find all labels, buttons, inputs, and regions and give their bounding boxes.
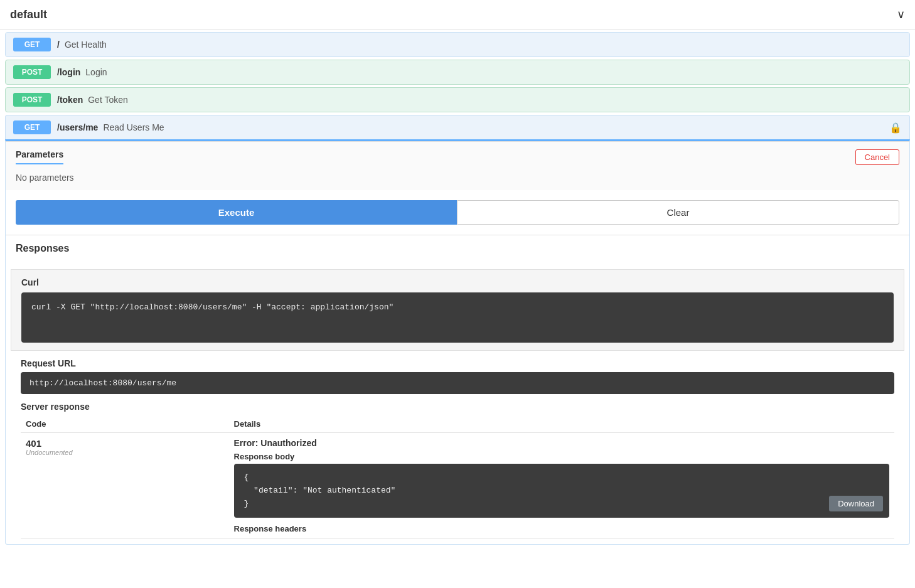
responses-title: Responses	[16, 243, 899, 254]
clear-button[interactable]: Clear	[457, 200, 899, 225]
method-badge-post: POST	[13, 65, 51, 79]
execute-button[interactable]: Execute	[16, 200, 457, 225]
response-error-title: Error: Unauthorized	[234, 438, 889, 448]
response-body-label: Response body	[234, 452, 889, 461]
request-url-section: Request URL http://localhost:8080/users/…	[11, 351, 904, 397]
response-code: 401	[26, 438, 224, 449]
section-header: default ∨	[0, 0, 915, 29]
parameters-section: Parameters Cancel No parameters	[6, 141, 909, 190]
request-url-value: http://localhost:8080/users/me	[21, 372, 894, 394]
endpoint-description: Get Health	[65, 40, 107, 50]
endpoint-expanded-users-me: Parameters Cancel No parameters Execute …	[5, 139, 910, 545]
response-body-block: { "detail": "Not authenticated" } Downlo…	[234, 464, 889, 518]
cancel-button[interactable]: Cancel	[855, 149, 899, 165]
no-parameters-text: No parameters	[16, 173, 899, 183]
curl-command: curl -X GET "http://localhost:8080/users…	[21, 292, 894, 343]
parameters-controls: Parameters Cancel	[16, 149, 899, 165]
endpoint-row-post-login[interactable]: POST /login Login	[5, 60, 910, 85]
lock-icon: 🔒	[889, 122, 902, 134]
endpoint-path: /token	[57, 95, 83, 105]
response-code-cell: 401 Undocumented	[21, 433, 229, 539]
endpoint-row-get-health[interactable]: GET / Get Health	[5, 32, 910, 57]
endpoint-description: Read Users Me	[103, 122, 164, 132]
code-column-header: Code	[21, 415, 229, 433]
response-headers-label: Response headers	[234, 524, 889, 533]
curl-section: Curl curl -X GET "http://localhost:8080/…	[11, 269, 904, 351]
method-badge-post: POST	[13, 93, 51, 107]
curl-label: Curl	[21, 277, 894, 287]
chevron-down-icon[interactable]: ∨	[897, 8, 905, 21]
response-undocumented: Undocumented	[26, 449, 224, 456]
endpoint-path: /login	[57, 67, 80, 77]
action-buttons: Execute Clear	[16, 200, 899, 225]
endpoint-path: /users/me	[57, 122, 98, 132]
responses-section: Responses	[6, 235, 909, 269]
server-response-label: Server response	[21, 402, 894, 412]
page-container: default ∨ GET / Get Health POST /login L…	[0, 0, 915, 588]
response-body-content: { "detail": "Not authenticated" }	[244, 473, 396, 508]
section-title: default	[10, 8, 47, 21]
endpoint-row-get-users-me[interactable]: GET /users/me Read Users Me 🔒	[5, 115, 910, 139]
endpoint-description: Login	[85, 67, 107, 77]
method-badge-get: GET	[13, 120, 51, 134]
parameters-title: Parameters	[16, 149, 63, 164]
response-table: Code Details 401 Undocumented Error: Una…	[21, 415, 894, 539]
details-column-header: Details	[229, 415, 894, 433]
method-badge-get: GET	[13, 38, 51, 51]
response-row: 401 Undocumented Error: Unauthorized Res…	[21, 433, 894, 539]
server-response-section: Server response Code Details 401 Undocum…	[11, 397, 904, 544]
endpoints-list: GET / Get Health POST /login Login POST …	[0, 32, 915, 545]
download-button[interactable]: Download	[829, 496, 883, 511]
response-details-cell: Error: Unauthorized Response body { "det…	[229, 433, 894, 539]
request-url-label: Request URL	[21, 358, 894, 368]
endpoint-row-post-token[interactable]: POST /token Get Token	[5, 87, 910, 112]
endpoint-description: Get Token	[88, 95, 128, 105]
endpoint-path: /	[57, 40, 60, 50]
